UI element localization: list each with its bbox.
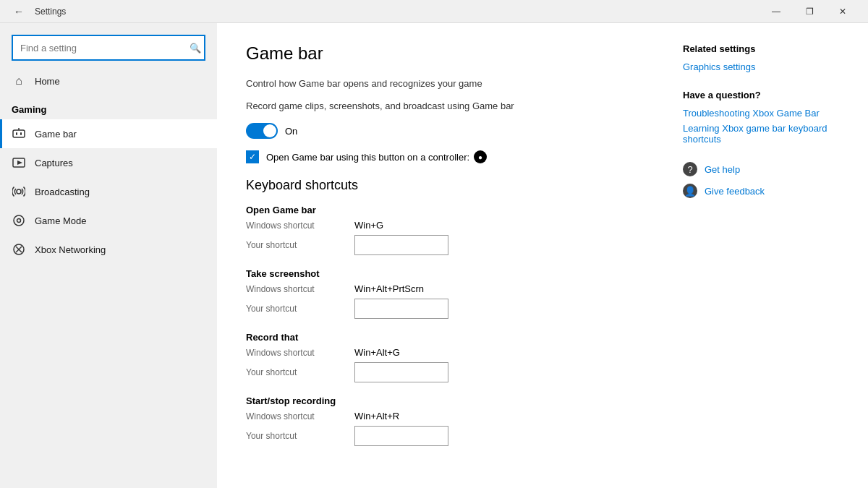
sidebar-item-captures[interactable]: Captures — [0, 148, 217, 177]
shortcut-3-your-row: Your shortcut — [246, 426, 637, 446]
sidebar-section-title: Gaming — [0, 95, 217, 119]
get-help-icon: ? — [683, 162, 697, 176]
give-feedback-link[interactable]: 👤 Give feedback — [683, 184, 851, 198]
home-icon: ⌂ — [12, 74, 26, 88]
main-content: Game bar Control how Game bar opens and … — [217, 23, 665, 488]
shortcut-0-name: Open Game bar — [246, 205, 637, 215]
shortcut-take-screenshot: Take screenshot Windows shortcut Win+Alt… — [246, 268, 637, 319]
svg-rect-2 — [16, 132, 17, 135]
minimize-button[interactable]: — — [760, 0, 793, 23]
shortcut-1-windows-label: Windows shortcut — [246, 284, 340, 294]
right-panel: Related settings Graphics settings Have … — [665, 23, 868, 488]
shortcut-2-windows-label: Windows shortcut — [246, 348, 340, 358]
related-settings-title: Related settings — [683, 43, 851, 54]
shortcut-3-your-input[interactable] — [354, 426, 448, 446]
sidebar-item-game-mode-label: Game Mode — [35, 215, 87, 226]
shortcut-0-your-row: Your shortcut — [246, 235, 637, 255]
search-input[interactable] — [12, 35, 205, 61]
keyboard-shortcuts-title: Keyboard shortcuts — [246, 178, 637, 193]
shortcut-start-stop-recording: Start/stop recording Windows shortcut Wi… — [246, 395, 637, 446]
sidebar-item-broadcasting-label: Broadcasting — [35, 187, 90, 197]
shortcut-3-windows-value: Win+Alt+R — [354, 411, 399, 421]
close-button[interactable]: ✕ — [826, 0, 859, 23]
shortcut-3-windows-label: Windows shortcut — [246, 411, 340, 421]
sidebar-item-game-mode[interactable]: Game Mode — [0, 206, 217, 235]
help-section: ? Get help 👤 Give feedback — [683, 162, 851, 198]
shortcut-1-your-input[interactable] — [354, 299, 448, 319]
checkbox-label: Open Game bar using this button on a con… — [266, 150, 487, 163]
svg-rect-0 — [13, 130, 25, 137]
game-bar-icon — [12, 127, 26, 141]
maximize-button[interactable]: ❐ — [793, 0, 826, 23]
shortcut-1-your-row: Your shortcut — [246, 299, 637, 319]
troubleshooting-link[interactable]: Troubleshooting Xbox Game Bar — [683, 108, 851, 119]
shortcut-2-name: Record that — [246, 332, 637, 343]
shortcut-1-windows-value: Win+Alt+PrtScrn — [354, 283, 424, 294]
toggle-row: On — [246, 123, 637, 139]
record-label: Record game clips, screenshots, and broa… — [246, 100, 637, 111]
shortcut-2-windows-value: Win+Alt+G — [354, 347, 400, 358]
search-wrapper: 🔍 — [12, 35, 205, 61]
captures-icon — [12, 155, 26, 170]
have-a-question-title: Have a question? — [683, 90, 851, 100]
controller-checkbox[interactable]: ✓ — [246, 150, 259, 163]
svg-point-6 — [17, 189, 21, 194]
shortcut-3-windows-row: Windows shortcut Win+Alt+R — [246, 411, 637, 421]
shortcut-record-that: Record that Windows shortcut Win+Alt+G Y… — [246, 332, 637, 382]
svg-marker-5 — [17, 160, 22, 165]
shortcut-0-windows-value: Win+G — [354, 220, 383, 231]
app-body: 🔍 ⌂ Home Gaming Game bar Captures — [0, 23, 868, 488]
toggle-state-label: On — [285, 126, 297, 137]
shortcut-3-your-label: Your shortcut — [246, 431, 340, 441]
learning-link[interactable]: Learning Xbox game bar keyboard shortcut… — [683, 123, 851, 145]
svg-point-8 — [17, 219, 21, 223]
sidebar-item-xbox-networking[interactable]: Xbox Networking — [0, 235, 217, 264]
shortcut-0-windows-label: Windows shortcut — [246, 221, 340, 231]
checkbox-row: ✓ Open Game bar using this button on a c… — [246, 150, 637, 163]
shortcut-0-your-input[interactable] — [354, 235, 448, 255]
shortcut-1-windows-row: Windows shortcut Win+Alt+PrtScrn — [246, 283, 637, 294]
sidebar-item-home[interactable]: ⌂ Home — [0, 67, 217, 95]
xbox-controller-icon: ● — [474, 150, 487, 163]
window-controls: — ❐ ✕ — [760, 0, 859, 23]
give-feedback-icon: 👤 — [683, 184, 697, 198]
shortcut-2-windows-row: Windows shortcut Win+Alt+G — [246, 347, 637, 358]
shortcut-2-your-row: Your shortcut — [246, 362, 637, 382]
svg-rect-3 — [20, 132, 22, 135]
shortcut-0-windows-row: Windows shortcut Win+G — [246, 220, 637, 231]
search-icon: 🔍 — [190, 43, 201, 53]
page-title: Game bar — [246, 43, 637, 64]
shortcut-1-your-label: Your shortcut — [246, 304, 340, 314]
record-toggle[interactable] — [246, 123, 278, 139]
sidebar: 🔍 ⌂ Home Gaming Game bar Captures — [0, 23, 217, 488]
shortcut-0-your-label: Your shortcut — [246, 240, 340, 250]
xbox-networking-icon — [12, 242, 26, 257]
sidebar-item-xbox-networking-label: Xbox Networking — [35, 244, 106, 255]
get-help-link[interactable]: ? Get help — [683, 162, 851, 176]
sidebar-item-game-bar-label: Game bar — [35, 129, 77, 140]
shortcut-open-game-bar: Open Game bar Windows shortcut Win+G You… — [246, 205, 637, 255]
main-description: Control how Game bar opens and recognize… — [246, 78, 637, 89]
shortcut-3-name: Start/stop recording — [246, 395, 637, 406]
broadcasting-icon — [12, 184, 26, 199]
back-button[interactable]: ← — [9, 1, 29, 22]
sidebar-header: 🔍 — [0, 23, 217, 67]
title-bar: ← Settings — ❐ ✕ — [0, 0, 868, 23]
svg-point-7 — [14, 215, 24, 226]
sidebar-item-captures-label: Captures — [35, 158, 73, 168]
shortcut-2-your-input[interactable] — [354, 362, 448, 382]
shortcut-2-your-label: Your shortcut — [246, 367, 340, 377]
app-title: Settings — [35, 7, 66, 17]
game-mode-icon — [12, 213, 26, 228]
sidebar-item-broadcasting[interactable]: Broadcasting — [0, 177, 217, 206]
sidebar-item-game-bar[interactable]: Game bar — [0, 119, 217, 148]
graphics-settings-link[interactable]: Graphics settings — [683, 61, 851, 72]
shortcut-1-name: Take screenshot — [246, 268, 637, 279]
sidebar-item-home-label: Home — [35, 76, 60, 87]
